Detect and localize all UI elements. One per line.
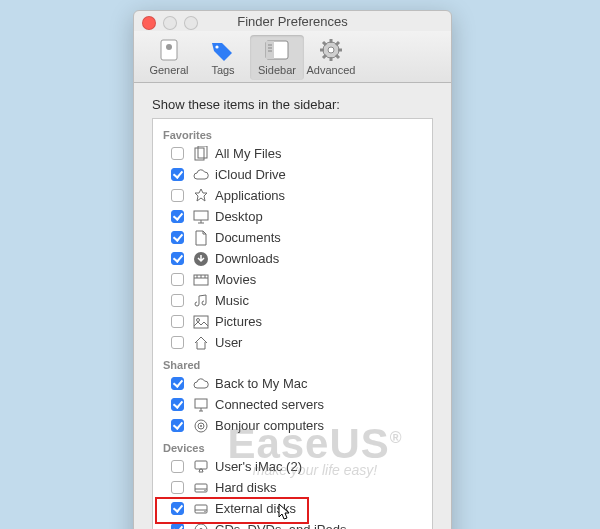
- svg-rect-4: [266, 41, 274, 59]
- checkbox-devices[interactable]: [171, 523, 184, 529]
- list-item: Pictures: [157, 311, 428, 332]
- list-item-label: Desktop: [215, 209, 263, 224]
- tab-tags[interactable]: Tags: [196, 35, 250, 80]
- disc-icon: [193, 522, 209, 530]
- tab-label: General: [142, 64, 196, 76]
- tab-label: Advanced: [304, 64, 358, 76]
- list-item: User's iMac (2): [157, 456, 428, 477]
- checkbox-favorites[interactable]: [171, 252, 184, 265]
- list-item: Music: [157, 290, 428, 311]
- list-item-label: Connected servers: [215, 397, 324, 412]
- group-label-devices: Devices: [157, 436, 428, 456]
- svg-line-16: [323, 55, 326, 58]
- list-item-label: Downloads: [215, 251, 279, 266]
- gear-icon: [304, 37, 358, 63]
- list-item: Hard disks: [157, 477, 428, 498]
- all-my-files-icon: [193, 146, 209, 162]
- tags-icon: [196, 37, 250, 63]
- group-label-shared: Shared: [157, 353, 428, 373]
- list-item: Documents: [157, 227, 428, 248]
- checkbox-favorites[interactable]: [171, 168, 184, 181]
- minimize-icon[interactable]: [163, 16, 177, 30]
- list-item: Connected servers: [157, 394, 428, 415]
- list-item: iCloud Drive: [157, 164, 428, 185]
- imac-icon: [193, 459, 209, 475]
- preferences-window: Finder Preferences General Tags Sidebar …: [133, 10, 452, 529]
- list-item: Desktop: [157, 206, 428, 227]
- checkbox-devices[interactable]: [171, 460, 184, 473]
- tab-sidebar[interactable]: Sidebar: [250, 35, 304, 80]
- list-item-label: User's iMac (2): [215, 459, 302, 474]
- list-item-label: Applications: [215, 188, 285, 203]
- content: Show these items in the sidebar: Favorit…: [134, 83, 451, 529]
- window-controls: [142, 16, 198, 30]
- list-item-label: Documents: [215, 230, 281, 245]
- list-item: Bonjour computers: [157, 415, 428, 436]
- group-label-favorites: Favorites: [157, 123, 428, 143]
- checkbox-favorites[interactable]: [171, 231, 184, 244]
- svg-line-14: [323, 42, 326, 45]
- applications-icon: [193, 188, 209, 204]
- svg-line-15: [336, 55, 339, 58]
- list-item-label: Hard disks: [215, 480, 276, 495]
- checkbox-favorites[interactable]: [171, 315, 184, 328]
- list-item: External disks: [157, 498, 428, 519]
- list-item: Back to My Mac: [157, 373, 428, 394]
- documents-icon: [193, 230, 209, 246]
- music-icon: [193, 293, 209, 309]
- cloud-icon: [193, 167, 209, 183]
- checkbox-favorites[interactable]: [171, 336, 184, 349]
- checkbox-favorites[interactable]: [171, 210, 184, 223]
- list-item-label: Pictures: [215, 314, 262, 329]
- checkbox-shared[interactable]: [171, 398, 184, 411]
- cursor-icon: [278, 503, 292, 524]
- toolbar: General Tags Sidebar Advanced: [134, 31, 451, 83]
- list-item: Movies: [157, 269, 428, 290]
- list-item: All My Files: [157, 143, 428, 164]
- checkbox-devices[interactable]: [171, 502, 184, 515]
- server-icon: [193, 397, 209, 413]
- checkbox-shared[interactable]: [171, 419, 184, 432]
- svg-line-17: [336, 42, 339, 45]
- downloads-icon: [193, 251, 209, 267]
- checkbox-favorites[interactable]: [171, 294, 184, 307]
- tab-advanced[interactable]: Advanced: [304, 35, 358, 80]
- tab-general[interactable]: General: [142, 35, 196, 80]
- list-item: Applications: [157, 185, 428, 206]
- list-item: User: [157, 332, 428, 353]
- movies-icon: [193, 272, 209, 288]
- home-icon: [193, 335, 209, 351]
- list-item: Downloads: [157, 248, 428, 269]
- tab-label: Tags: [196, 64, 250, 76]
- svg-point-9: [328, 47, 334, 53]
- list-item-label: Back to My Mac: [215, 376, 307, 391]
- list-item-label: All My Files: [215, 146, 281, 161]
- tab-label: Sidebar: [250, 64, 304, 76]
- sidebar-items-list[interactable]: FavoritesAll My FilesiCloud DriveApplica…: [152, 118, 433, 529]
- general-icon: [142, 37, 196, 63]
- external-icon: [193, 501, 209, 517]
- bonjour-icon: [193, 418, 209, 434]
- section-heading: Show these items in the sidebar:: [152, 97, 433, 112]
- sidebar-icon: [250, 37, 304, 63]
- list-item-label: Movies: [215, 272, 256, 287]
- cloud-icon: [193, 376, 209, 392]
- zoom-icon[interactable]: [184, 16, 198, 30]
- hdd-icon: [193, 480, 209, 496]
- checkbox-favorites[interactable]: [171, 189, 184, 202]
- pictures-icon: [193, 314, 209, 330]
- list-item-label: iCloud Drive: [215, 167, 286, 182]
- close-icon[interactable]: [142, 16, 156, 30]
- checkbox-shared[interactable]: [171, 377, 184, 390]
- svg-point-1: [166, 44, 172, 50]
- checkbox-favorites[interactable]: [171, 147, 184, 160]
- checkbox-favorites[interactable]: [171, 273, 184, 286]
- desktop-icon: [193, 209, 209, 225]
- list-item-label: User: [215, 335, 242, 350]
- list-item-label: Bonjour computers: [215, 418, 324, 433]
- svg-point-2: [215, 45, 218, 48]
- list-item: CDs, DVDs, and iPods: [157, 519, 428, 529]
- titlebar: Finder Preferences: [134, 11, 451, 31]
- list-item-label: Music: [215, 293, 249, 308]
- checkbox-devices[interactable]: [171, 481, 184, 494]
